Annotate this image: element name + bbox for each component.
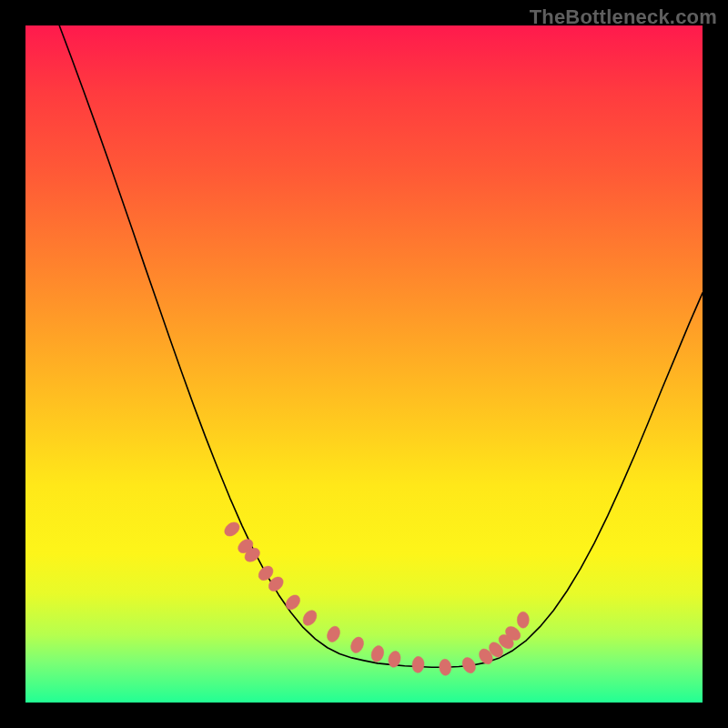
bottleneck-curve — [59, 25, 703, 667]
highlight-marker — [460, 655, 478, 675]
highlight-marker — [369, 644, 386, 663]
highlight-marker — [222, 520, 242, 539]
highlight-marker — [283, 592, 303, 612]
highlight-marker — [411, 656, 425, 673]
highlight-marker — [349, 635, 366, 655]
highlight-marker — [300, 608, 319, 628]
highlight-marker — [439, 659, 451, 676]
curve-svg — [25, 25, 703, 703]
highlight-marker — [325, 624, 342, 644]
marker-group — [222, 520, 530, 676]
chart-frame: TheBottleneck.com — [0, 0, 728, 728]
highlight-marker — [517, 612, 529, 628]
plot-area — [25, 25, 703, 703]
watermark-label: TheBottleneck.com — [530, 5, 717, 29]
